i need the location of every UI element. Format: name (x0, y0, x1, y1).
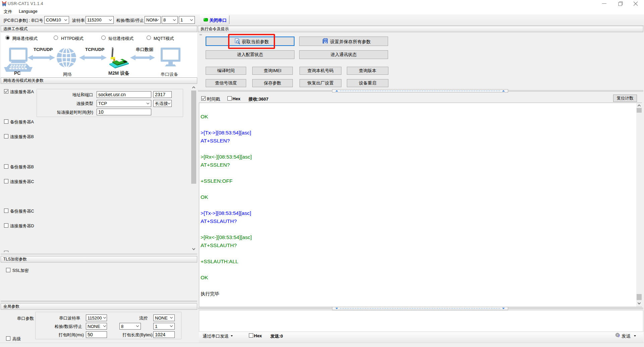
svg-text:TCP/UDP: TCP/UDP (85, 47, 104, 52)
svg-text:串口设备: 串口设备 (161, 72, 178, 77)
svg-text:PC: PC (14, 70, 20, 76)
svg-text:网络: 网络 (63, 72, 72, 77)
svg-text:M2M 设备: M2M 设备 (108, 70, 129, 76)
svg-text:串口数据: 串口数据 (136, 47, 154, 52)
svg-text:TCP/UDP: TCP/UDP (34, 47, 53, 52)
